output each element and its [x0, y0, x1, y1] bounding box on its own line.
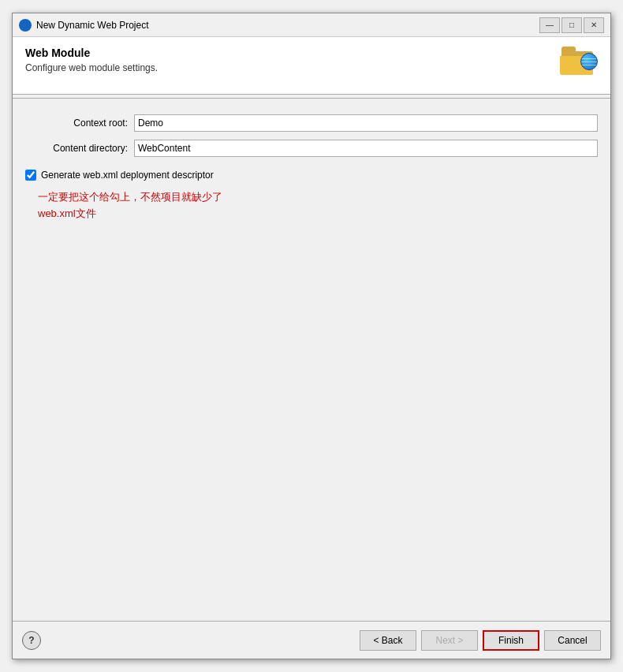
context-root-input[interactable] — [134, 114, 598, 132]
eclipse-icon — [19, 19, 32, 32]
page-subtitle: Configure web module settings. — [25, 62, 158, 73]
folder-globe-icon — [560, 47, 598, 84]
content-directory-input[interactable] — [134, 140, 598, 157]
context-root-row: Context root: — [25, 114, 598, 132]
bottom-bar: ? < Back Next > Finish Cancel — [13, 621, 610, 659]
main-area: Context root: Content directory: Generat… — [13, 102, 610, 621]
action-buttons: < Back Next > Finish Cancel — [360, 630, 601, 651]
help-button[interactable]: ? — [22, 631, 41, 650]
context-root-label: Context root: — [25, 118, 128, 129]
page-title: Web Module — [25, 47, 158, 59]
content-directory-label: Content directory: — [25, 143, 128, 154]
finish-button[interactable]: Finish — [483, 630, 539, 651]
minimize-button[interactable]: — — [539, 17, 560, 33]
annotation-line2: web.xml文件 — [38, 207, 96, 219]
dialog-title: New Dynamic Web Project — [36, 20, 535, 31]
close-button[interactable]: ✕ — [584, 17, 604, 33]
back-button[interactable]: < Back — [360, 630, 416, 651]
annotation-line1: 一定要把这个给勾上，不然项目就缺少了 — [38, 191, 222, 203]
title-bar: New Dynamic Web Project — □ ✕ — [13, 13, 610, 37]
header-text: Web Module Configure web module settings… — [25, 47, 158, 73]
next-button[interactable]: Next > — [421, 630, 478, 651]
generate-webxml-checkbox[interactable] — [25, 170, 36, 181]
dialog-content: Web Module Configure web module settings… — [13, 37, 610, 621]
generate-webxml-label[interactable]: Generate web.xml deployment descriptor — [41, 170, 214, 181]
header-area: Web Module Configure web module settings… — [13, 37, 610, 95]
annotation-block: 一定要把这个给勾上，不然项目就缺少了 web.xml文件 — [38, 189, 598, 222]
maximize-button[interactable]: □ — [561, 17, 582, 33]
window-controls: — □ ✕ — [539, 17, 604, 33]
content-directory-row: Content directory: — [25, 140, 598, 157]
separator — [13, 98, 610, 99]
cancel-button[interactable]: Cancel — [544, 630, 601, 651]
dialog-window: New Dynamic Web Project — □ ✕ Web Module… — [12, 13, 611, 659]
generate-webxml-row: Generate web.xml deployment descriptor — [25, 170, 598, 181]
help-area: ? — [22, 631, 41, 650]
